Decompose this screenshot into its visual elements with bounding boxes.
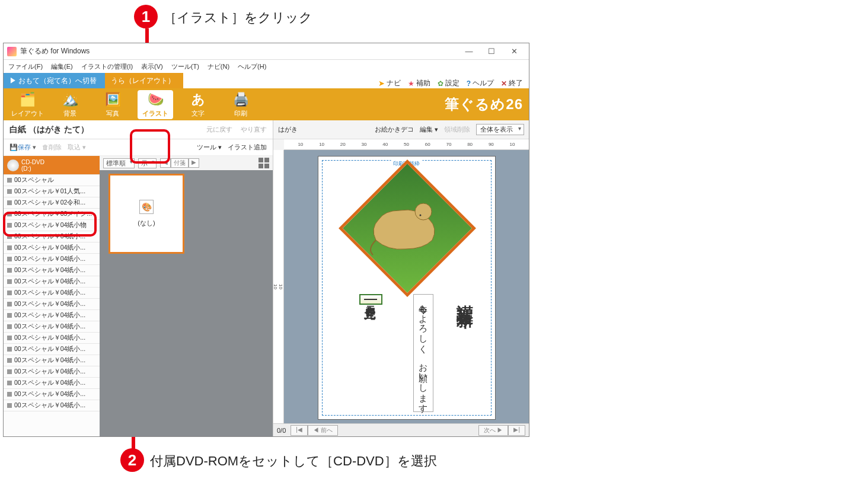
star-icon: ★ xyxy=(408,79,414,88)
act-navi[interactable]: ➤ナビ xyxy=(378,78,401,88)
tree-item[interactable]: 00スペシャル￥04紙小... xyxy=(4,231,100,242)
tree-item[interactable]: 00スペシャル￥04紙小... xyxy=(4,242,100,254)
tree-item-cddvd[interactable]: CD-DVD (D:) xyxy=(4,156,100,175)
tree-item[interactable]: 00スペシャル￥04紙小... xyxy=(4,344,100,355)
thumbnail-item[interactable]: 🎨 (なし) xyxy=(108,174,184,254)
tree-item[interactable]: 00スペシャル￥04紙小... xyxy=(4,378,100,389)
tree-item[interactable]: 00スペシャル￥04紙小... xyxy=(4,400,100,411)
folder-tree: CD-DVD (D:) 00スペシャル00スペシャル￥01人気...00スペシャ… xyxy=(4,156,100,436)
close-icon: ✕ xyxy=(501,79,507,88)
menu-navi[interactable]: ナビ(N) xyxy=(208,62,229,71)
page-indicator: 0/0 xyxy=(277,427,286,434)
ribbon-illust[interactable]: 🍉 イラスト xyxy=(138,90,173,119)
trash-icon: 🗑 xyxy=(42,143,49,151)
tree-item[interactable]: 00スペシャル￥04紙小... xyxy=(4,254,100,265)
tree-item[interactable]: 00スペシャル￥04紙小... xyxy=(4,265,100,276)
left-panel: 白紙 （はがき たて） 元に戻す やり直す 💾保存 ▾ 🗑削除 取込 ▾ ツール… xyxy=(4,120,273,436)
disc-icon xyxy=(7,159,19,171)
app-logo: 筆ぐるめ26 xyxy=(445,95,523,114)
tool-menu[interactable]: ツール ▾ xyxy=(197,143,222,152)
tab-omote[interactable]: ▶ おもて（宛て名）へ切替 xyxy=(4,73,105,88)
app-window: 筆ぐるめ for Windows — ☐ ✕ ファイル(F) 編集(E) イラス… xyxy=(3,43,529,437)
save-button[interactable]: 💾保存 ▾ xyxy=(9,143,36,152)
app-icon xyxy=(7,47,17,56)
illust-icon: 🍉 xyxy=(143,91,167,108)
zoom-dropdown[interactable]: 全体を表示 xyxy=(476,124,524,135)
browser-nav: ◀付箋▶ xyxy=(160,158,199,168)
menu-view[interactable]: 表示(V) xyxy=(141,62,163,71)
menu-file[interactable]: ファイル(F) xyxy=(8,62,43,71)
menu-illust-mgmt[interactable]: イラストの管理(I) xyxy=(81,62,133,71)
tree-item[interactable]: 00スペシャル xyxy=(4,175,100,186)
grid-view-icon[interactable] xyxy=(259,158,269,168)
tree-item[interactable]: 00スペシャル￥02令和... xyxy=(4,197,100,209)
show-dropdown[interactable]: 示 xyxy=(138,158,157,168)
ribbon-moji[interactable]: あ 文字 xyxy=(180,91,216,118)
act-hojo[interactable]: ★補助 xyxy=(408,78,430,88)
card-title[interactable]: 謹賀新年 xyxy=(454,292,476,301)
oekaki-button[interactable]: お絵かきデコ xyxy=(375,125,414,134)
browser-next[interactable]: ▶ xyxy=(189,158,199,168)
mouse-illustration[interactable] xyxy=(337,166,477,285)
tree-item[interactable]: 00スペシャル￥04紙小... xyxy=(4,366,100,378)
tree-item[interactable]: 00スペシャル￥04紙小... xyxy=(4,288,100,299)
menu-help[interactable]: ヘルプ(H) xyxy=(238,62,266,71)
photo-icon: 🖼️ xyxy=(101,91,125,108)
layout-icon: 🗂️ xyxy=(15,91,39,108)
titlebar: 筆ぐるめ for Windows — ☐ ✕ xyxy=(4,43,529,60)
tree-item[interactable]: 00スペシャル￥04紙小... xyxy=(4,355,100,366)
card-date[interactable]: 令和二年元旦 xyxy=(359,294,382,305)
tree-item[interactable]: 00スペシャル￥04紙小物 xyxy=(4,220,100,231)
tab-ura[interactable]: うら（レイアウト） xyxy=(105,73,183,88)
maximize-button[interactable]: ☐ xyxy=(480,44,503,59)
text-icon: あ xyxy=(186,91,210,108)
tree-item[interactable]: 00スペシャル￥04紙小... xyxy=(4,333,100,344)
browser-prev[interactable]: ◀ xyxy=(160,158,171,168)
ribbon-toolbar: 🗂️ レイアウト 🏔️ 背景 🖼️ 写真 🍉 イラスト あ 文字 🖨️ 印刷 筆… xyxy=(4,88,529,120)
tree-item[interactable]: 00スペシャル￥04紙小... xyxy=(4,389,100,400)
tree-item[interactable]: 00スペシャル￥04紙小... xyxy=(4,321,100,333)
callout-badge-1: 1 xyxy=(134,5,158,28)
act-settei[interactable]: ✿設定 xyxy=(438,78,459,88)
next-page-button[interactable]: 次へ ▶ xyxy=(478,425,509,436)
menu-tools[interactable]: ツール(T) xyxy=(171,62,199,71)
ribbon-layout[interactable]: 🗂️ レイアウト xyxy=(9,91,45,118)
delete-button[interactable]: 🗑削除 xyxy=(42,143,62,152)
placeholder-icon: 🎨 xyxy=(139,200,154,214)
canvas-stage[interactable]: 印刷可能枠 謹賀新年 今年もよろしく お願いします xyxy=(284,150,529,423)
main-tabs-row: ▶ おもて（宛て名）へ切替 うら（レイアウト） ➤ナビ ★補助 ✿設定 ?ヘルプ… xyxy=(4,73,529,88)
tree-item[interactable]: 00スペシャル￥03メイシ... xyxy=(4,209,100,220)
close-button[interactable]: ✕ xyxy=(503,44,525,59)
ribbon-insatsu[interactable]: 🖨️ 印刷 xyxy=(223,91,259,118)
add-illust-button[interactable]: イラスト追加 xyxy=(228,143,267,152)
first-page-button[interactable]: |◀ xyxy=(291,425,308,436)
menubar: ファイル(F) 編集(E) イラストの管理(I) 表示(V) ツール(T) ナビ… xyxy=(4,60,529,73)
callout-text-1: ［イラスト］をクリック xyxy=(164,5,312,27)
redo-button[interactable]: やり直す xyxy=(241,125,267,134)
card-message[interactable]: 今年もよろしく お願いします xyxy=(413,294,433,412)
last-page-button[interactable]: ▶| xyxy=(508,425,525,436)
tree-item[interactable]: 00スペシャル￥01人気... xyxy=(4,186,100,197)
save-icon: 💾 xyxy=(9,143,18,151)
ribbon-shashin[interactable]: 🖼️ 写真 xyxy=(95,91,130,118)
prev-page-button[interactable]: ◀ 前へ xyxy=(308,425,338,436)
browser-fusen[interactable]: 付箋 xyxy=(171,158,189,168)
callout-badge-2: 2 xyxy=(120,448,144,472)
sort-dropdown[interactable]: 標準順 xyxy=(103,158,135,168)
ribbon-haikei[interactable]: 🏔️ 背景 xyxy=(52,91,88,118)
menu-edit[interactable]: 編集(E) xyxy=(51,62,73,71)
edit-menu[interactable]: 編集 ▾ xyxy=(420,125,438,134)
tree-item[interactable]: 00スペシャル￥04紙小... xyxy=(4,276,100,288)
region-delete-button[interactable]: 領域削除 xyxy=(444,125,470,134)
minimize-button[interactable]: — xyxy=(458,44,480,59)
mouse-icon xyxy=(364,199,447,258)
postcard-canvas[interactable]: 印刷可能枠 謹賀新年 今年もよろしく お願いします xyxy=(318,156,496,420)
import-button[interactable]: 取込 ▾ xyxy=(68,143,86,152)
act-exit[interactable]: ✕終了 xyxy=(501,78,523,88)
undo-button[interactable]: 元に戻す xyxy=(206,125,232,134)
background-icon: 🏔️ xyxy=(58,91,82,108)
cursor-icon: ➤ xyxy=(378,79,385,88)
tree-item[interactable]: 00スペシャル￥04紙小... xyxy=(4,310,100,321)
act-help[interactable]: ?ヘルプ xyxy=(467,78,494,88)
tree-item[interactable]: 00スペシャル￥04紙小... xyxy=(4,299,100,310)
